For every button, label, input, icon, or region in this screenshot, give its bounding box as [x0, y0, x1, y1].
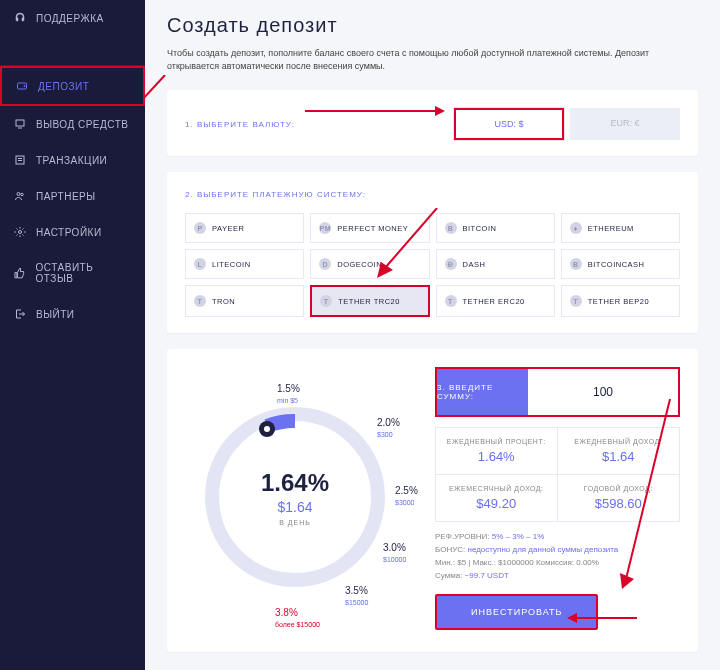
amount-input[interactable]: [528, 369, 678, 415]
amount-card: 1.64% $1.64 В ДЕНЬ 1.5%min $5 2.0%$300 2…: [167, 349, 698, 652]
pay-perfectmoney[interactable]: PMPERFECT MONEY: [310, 213, 429, 243]
currency-usd[interactable]: USD: $: [454, 108, 564, 140]
sidebar-item-label: ВЫВОД СРЕДСТВ: [36, 119, 128, 130]
pay-bitcoin[interactable]: BBITCOIN: [436, 213, 555, 243]
logout-icon: [14, 308, 26, 320]
svg-point-6: [19, 231, 22, 234]
users-icon: [14, 190, 26, 202]
step2-label: 2. ВЫБЕРИТЕ ПЛАТЕЖНУЮ СИСТЕМУ:: [185, 190, 680, 199]
stats-grid: ЕЖЕДНЕВНЫЙ ПРОЦЕНТ:1.64% ЕЖЕДНЕВНЫЙ ДОХО…: [435, 427, 680, 522]
sidebar-item-support[interactable]: ПОДДЕРЖКА: [0, 0, 145, 36]
svg-point-4: [17, 193, 20, 196]
svg-rect-2: [16, 120, 24, 126]
step1-label: 1. ВЫБЕРИТЕ ВАЛЮТУ:: [185, 120, 295, 129]
sidebar-item-logout[interactable]: ВЫЙТИ: [0, 296, 145, 332]
sidebar-item-partners[interactable]: ПАРТНЕРЫ: [0, 178, 145, 214]
pay-dogecoin[interactable]: DDOGECOIN: [310, 249, 429, 279]
trx-icon: T: [194, 295, 206, 307]
pay-payeer[interactable]: PPAYEER: [185, 213, 304, 243]
ref-line: РЕФ.УРОВНИ: 5% – 3% – 1%: [435, 532, 680, 541]
btc-icon: B: [445, 222, 457, 234]
headset-icon: [14, 12, 26, 24]
pay-litecoin[interactable]: LLITECOIN: [185, 249, 304, 279]
pay-bitcoincash[interactable]: BBITCOINCASH: [561, 249, 680, 279]
payeer-icon: P: [194, 222, 206, 234]
sidebar-item-label: ОСТАВИТЬ ОТЗЫВ: [36, 262, 131, 284]
dash-icon: Ð: [445, 258, 457, 270]
pay-tether-bep20[interactable]: TTETHER BEP20: [561, 285, 680, 317]
sidebar-item-deposit[interactable]: ДЕПОЗИТ: [0, 66, 145, 106]
currency-card: 1. ВЫБЕРИТЕ ВАЛЮТУ: USD: $ EUR: €: [167, 90, 698, 156]
payment-grid: PPAYEER PMPERFECT MONEY BBITCOIN ♦ETHERE…: [185, 213, 680, 317]
doge-icon: D: [319, 258, 331, 270]
usdt-icon: T: [320, 295, 332, 307]
thumbs-up-icon: [14, 267, 26, 279]
payment-card: 2. ВЫБЕРИТЕ ПЛАТЕЖНУЮ СИСТЕМУ: PPAYEER P…: [167, 172, 698, 333]
pay-tron[interactable]: TTRON: [185, 285, 304, 317]
bonus-line: БОНУС: недоступно для данной суммы депоз…: [435, 545, 680, 554]
limits-line: Мин.: $5 | Макс.: $1000000 Комиссия: 0.0…: [435, 558, 680, 567]
invest-button[interactable]: ИНВЕСТИРОВАТЬ: [435, 594, 598, 630]
ltc-icon: L: [194, 258, 206, 270]
sum-line: Сумма: ~99.7 USDT: [435, 571, 680, 580]
gauge-per-day: В ДЕНЬ: [279, 519, 311, 526]
sidebar-item-label: ДЕПОЗИТ: [38, 81, 89, 92]
step3-label: 3. ВВЕДИТЕ СУММУ:: [437, 369, 528, 415]
pm-icon: PM: [319, 222, 331, 234]
list-icon: [14, 154, 26, 166]
eth-icon: ♦: [570, 222, 582, 234]
sidebar-item-review[interactable]: ОСТАВИТЬ ОТЗЫВ: [0, 250, 145, 296]
page-title: Создать депозит: [167, 14, 698, 37]
currency-eur[interactable]: EUR: €: [570, 108, 680, 140]
sidebar-item-label: ПОДДЕРЖКА: [36, 13, 104, 24]
pay-dash[interactable]: ÐDASH: [436, 249, 555, 279]
sidebar-item-settings[interactable]: НАСТРОЙКИ: [0, 214, 145, 250]
wallet-icon: [16, 80, 28, 92]
page-description: Чтобы создать депозит, пополните баланс …: [167, 47, 698, 72]
sidebar-item-withdraw[interactable]: ВЫВОД СРЕДСТВ: [0, 106, 145, 142]
bch-icon: B: [570, 258, 582, 270]
pay-tether-trc20[interactable]: TTETHER TRC20: [310, 285, 429, 317]
usdt-icon: T: [445, 295, 457, 307]
gear-icon: [14, 226, 26, 238]
percent-gauge: 1.64% $1.64 В ДЕНЬ 1.5%min $5 2.0%$300 2…: [185, 367, 415, 627]
svg-point-1: [24, 85, 26, 87]
gauge-dollar: $1.64: [277, 499, 312, 515]
svg-line-17: [145, 75, 165, 123]
sidebar-item-label: ВЫЙТИ: [36, 309, 75, 320]
amount-row: 3. ВВЕДИТЕ СУММУ:: [435, 367, 680, 417]
sidebar-item-label: ПАРТНЕРЫ: [36, 191, 96, 202]
sidebar: ПОДДЕРЖКА ДЕПОЗИТ ВЫВОД СРЕДСТВ ТРАНЗАКЦ…: [0, 0, 145, 670]
sidebar-item-label: НАСТРОЙКИ: [36, 227, 102, 238]
pay-ethereum[interactable]: ♦ETHEREUM: [561, 213, 680, 243]
gauge-percent: 1.64%: [261, 469, 329, 497]
svg-point-5: [21, 193, 24, 196]
sidebar-item-transactions[interactable]: ТРАНЗАКЦИИ: [0, 142, 145, 178]
pay-tether-erc20[interactable]: TTETHER ERC20: [436, 285, 555, 317]
withdraw-icon: [14, 118, 26, 130]
usdt-icon: T: [570, 295, 582, 307]
main-content: Создать депозит Чтобы создать депозит, п…: [145, 0, 720, 670]
sidebar-item-label: ТРАНЗАКЦИИ: [36, 155, 107, 166]
